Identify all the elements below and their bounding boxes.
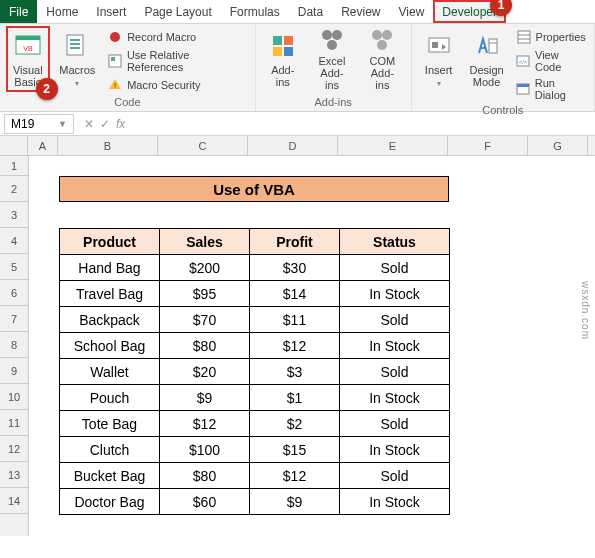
cell-product[interactable]: Wallet xyxy=(60,359,160,385)
tab-view[interactable]: View xyxy=(390,0,434,23)
view-code-button[interactable]: </> View Code xyxy=(514,48,588,74)
cell-product[interactable]: Tote Bag xyxy=(60,411,160,437)
svg-rect-5 xyxy=(70,43,80,45)
row-header-1[interactable]: 1 xyxy=(0,156,28,176)
cell-status[interactable]: In Stock xyxy=(340,333,450,359)
svg-rect-4 xyxy=(70,39,80,41)
row-header-4[interactable]: 4 xyxy=(0,228,28,254)
visual-basic-button[interactable]: VB Visual Basic 2 xyxy=(6,26,50,92)
use-relative-button[interactable]: Use Relative References xyxy=(105,48,249,74)
excel-addins-button[interactable]: Excel Add-ins xyxy=(310,26,354,92)
cell-profit[interactable]: $15 xyxy=(250,437,340,463)
cell-status[interactable]: Sold xyxy=(340,255,450,281)
record-macro-button[interactable]: Record Macro xyxy=(105,28,249,46)
tab-formulas[interactable]: Formulas xyxy=(221,0,289,23)
row-header-13[interactable]: 13 xyxy=(0,462,28,488)
fx-icon[interactable]: fx xyxy=(116,117,125,131)
cell-sales[interactable]: $9 xyxy=(160,385,250,411)
col-header-E[interactable]: E xyxy=(338,136,448,155)
cell-profit[interactable]: $3 xyxy=(250,359,340,385)
cell-sales[interactable]: $70 xyxy=(160,307,250,333)
row-header-2[interactable]: 2 xyxy=(0,176,28,202)
cell-sales[interactable]: $60 xyxy=(160,489,250,515)
tab-home[interactable]: Home xyxy=(37,0,87,23)
name-box[interactable]: M19▼ xyxy=(4,114,74,134)
insert-control-button[interactable]: Insert ▾ xyxy=(418,26,460,92)
cell-sales[interactable]: $100 xyxy=(160,437,250,463)
cell-sales[interactable]: $95 xyxy=(160,281,250,307)
row-header-11[interactable]: 11 xyxy=(0,410,28,436)
com-addins-button[interactable]: COM Add-ins xyxy=(360,26,404,92)
cell-sales[interactable]: $80 xyxy=(160,463,250,489)
cell-product[interactable]: Clutch xyxy=(60,437,160,463)
cell-status[interactable]: In Stock xyxy=(340,437,450,463)
design-mode-button[interactable]: Design Mode xyxy=(466,26,508,92)
cell-status[interactable]: Sold xyxy=(340,463,450,489)
cell-status[interactable]: In Stock xyxy=(340,281,450,307)
cell-profit[interactable]: $2 xyxy=(250,411,340,437)
cell-status[interactable]: In Stock xyxy=(340,489,450,515)
col-header-B[interactable]: B xyxy=(58,136,158,155)
cell-profit[interactable]: $12 xyxy=(250,463,340,489)
properties-icon xyxy=(516,29,532,45)
tab-file[interactable]: File xyxy=(0,0,37,23)
svg-text:!: ! xyxy=(114,81,116,90)
cell-sales[interactable]: $200 xyxy=(160,255,250,281)
ribbon: VB Visual Basic 2 Macros ▾ Record Macro xyxy=(0,24,595,112)
cell-profit[interactable]: $11 xyxy=(250,307,340,333)
row-header-6[interactable]: 6 xyxy=(0,280,28,306)
row-header-9[interactable]: 9 xyxy=(0,358,28,384)
cell-product[interactable]: School Bag xyxy=(60,333,160,359)
tab-data[interactable]: Data xyxy=(289,0,332,23)
col-header-C[interactable]: C xyxy=(158,136,248,155)
cell-product[interactable]: Backpack xyxy=(60,307,160,333)
cells-area[interactable]: Use of VBA Product Sales Profit Status H… xyxy=(29,156,595,536)
col-header-D[interactable]: D xyxy=(248,136,338,155)
cell-sales[interactable]: $12 xyxy=(160,411,250,437)
fx-cancel-icon: ✕ xyxy=(84,117,94,131)
cell-status[interactable]: Sold xyxy=(340,359,450,385)
svg-rect-12 xyxy=(273,36,282,45)
addins-button[interactable]: Add- ins xyxy=(262,26,304,92)
row-header-10[interactable]: 10 xyxy=(0,384,28,410)
insert-control-icon xyxy=(423,30,455,62)
cell-status[interactable]: Sold xyxy=(340,307,450,333)
fx-confirm-icon: ✓ xyxy=(100,117,110,131)
cell-profit[interactable]: $1 xyxy=(250,385,340,411)
cell-product[interactable]: Pouch xyxy=(60,385,160,411)
cell-profit[interactable]: $9 xyxy=(250,489,340,515)
row-header-8[interactable]: 8 xyxy=(0,332,28,358)
cell-sales[interactable]: $20 xyxy=(160,359,250,385)
properties-button[interactable]: Properties xyxy=(514,28,588,46)
tab-review[interactable]: Review xyxy=(332,0,389,23)
tab-developer[interactable]: Developer 1 xyxy=(433,0,506,23)
tab-page-layout[interactable]: Page Layout xyxy=(135,0,220,23)
name-box-dropdown-icon[interactable]: ▼ xyxy=(58,119,67,129)
cell-product[interactable]: Travel Bag xyxy=(60,281,160,307)
svg-rect-9 xyxy=(111,57,115,61)
svg-text:</>: </> xyxy=(519,59,528,65)
cell-status[interactable]: Sold xyxy=(340,411,450,437)
macros-button[interactable]: Macros ▾ xyxy=(56,26,100,92)
cell-profit[interactable]: $12 xyxy=(250,333,340,359)
tab-insert[interactable]: Insert xyxy=(87,0,135,23)
row-header-5[interactable]: 5 xyxy=(0,254,28,280)
row-header-3[interactable]: 3 xyxy=(0,202,28,228)
col-header-F[interactable]: F xyxy=(448,136,528,155)
cell-product[interactable]: Doctor Bag xyxy=(60,489,160,515)
cell-profit[interactable]: $14 xyxy=(250,281,340,307)
macro-security-button[interactable]: ! Macro Security xyxy=(105,76,249,94)
row-header-7[interactable]: 7 xyxy=(0,306,28,332)
cell-product[interactable]: Hand Bag xyxy=(60,255,160,281)
cell-sales[interactable]: $80 xyxy=(160,333,250,359)
row-header-12[interactable]: 12 xyxy=(0,436,28,462)
worksheet: 1234567891011121314 Use of VBA Product S… xyxy=(0,156,595,536)
row-header-14[interactable]: 14 xyxy=(0,488,28,514)
col-header-A[interactable]: A xyxy=(28,136,58,155)
run-dialog-button[interactable]: Run Dialog xyxy=(514,76,588,102)
cell-product[interactable]: Bucket Bag xyxy=(60,463,160,489)
select-all-corner[interactable] xyxy=(0,136,28,155)
col-header-G[interactable]: G xyxy=(528,136,588,155)
cell-profit[interactable]: $30 xyxy=(250,255,340,281)
cell-status[interactable]: In Stock xyxy=(340,385,450,411)
